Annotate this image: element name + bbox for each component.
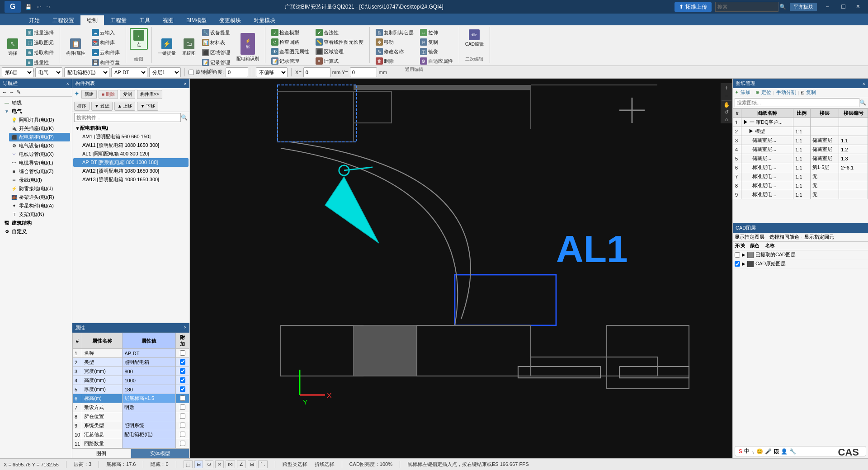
pan-icon[interactable]: ✋: [722, 100, 731, 108]
extract-prop-button[interactable]: ≡ 提量性: [24, 58, 56, 67]
sublayer-select[interactable]: 分层1: [149, 67, 181, 77]
zoom-in-icon[interactable]: +: [722, 84, 731, 91]
prop-5-cb[interactable]: [180, 386, 185, 392]
nav-item-lighting[interactable]: 💡 照明灯具(电)(D): [9, 116, 70, 124]
delete-comp-button[interactable]: ■ 删除: [99, 90, 118, 99]
comp-group-distbox[interactable]: ▼ 配电箱柜(电): [73, 124, 189, 132]
region-mgmt2-button[interactable]: ⬛ 区域管理: [313, 47, 366, 56]
batch-select-button[interactable]: ⊞ 批量选择: [24, 28, 56, 37]
calculate-button[interactable]: = 计算式: [313, 56, 366, 66]
offset-select[interactable]: 不偏移: [256, 67, 288, 77]
nav-item-support[interactable]: ⊤ 支架(电)(N): [9, 210, 70, 219]
area-mgmt-button[interactable]: ⬛ 区域管理: [200, 48, 232, 57]
discipline-select[interactable]: 电气: [35, 67, 62, 77]
copy-comp-button[interactable]: 复制: [120, 90, 135, 99]
home-view-icon[interactable]: ⌂: [722, 116, 731, 122]
flat-panel-button[interactable]: 平齐板块: [790, 3, 817, 11]
pick-region-button[interactable]: ⬚ 选取图元: [24, 38, 56, 47]
tab-quantity[interactable]: 工程量: [104, 15, 133, 25]
dist-box-button[interactable]: ⚡配 配电箱识别: [234, 32, 261, 63]
tab-start[interactable]: 开始: [23, 15, 46, 25]
nav-item-bridge[interactable]: 🌉 桥架通头(电)(R): [9, 193, 70, 202]
tab-change[interactable]: 变更模块: [213, 15, 247, 25]
move-button[interactable]: ✥ 移动: [373, 38, 416, 47]
rotate-checkbox[interactable]: [189, 70, 194, 75]
snap-icon-4[interactable]: ✕: [215, 461, 224, 468]
nav-item-distbox[interactable]: ⬛ 配电箱柜(电)(P): [9, 133, 70, 141]
comp-search-icon[interactable]: 🔍: [181, 114, 188, 121]
snap-icon-8[interactable]: ⋱: [258, 461, 268, 468]
title-search-input[interactable]: [715, 2, 778, 12]
system-draw-button[interactable]: 🗂 系统图: [180, 37, 198, 58]
comp-lib-link-button[interactable]: 构件库>>: [137, 90, 162, 99]
comp-item-al1[interactable]: AL1 [照明配电箱 400 300 120]: [73, 150, 189, 158]
rotate-view-icon[interactable]: ↺: [722, 109, 731, 115]
show-circle-label[interactable]: 显示指定圆元: [804, 234, 834, 240]
point-button[interactable]: · 点: [130, 28, 148, 50]
angle-input[interactable]: [226, 67, 248, 77]
close-button[interactable]: ×: [853, 2, 863, 12]
comp-search-input[interactable]: [74, 113, 181, 122]
show-layer-label[interactable]: 显示指定图层: [735, 234, 764, 240]
sort-button[interactable]: 排序: [74, 102, 90, 111]
nav-back-icon[interactable]: ←: [2, 89, 7, 95]
nav-item-lightning[interactable]: ⚡ 防雷接地(电)(J): [9, 184, 70, 193]
quick-access-redo[interactable]: ↪: [44, 4, 53, 10]
floor-select[interactable]: 第6层: [2, 67, 33, 77]
down-button[interactable]: ▼ 下移: [137, 102, 158, 111]
new-comp-button[interactable]: 新建: [81, 90, 97, 99]
snap-icon-6[interactable]: ∠: [237, 461, 246, 468]
select-same-color-label[interactable]: 选择相同颜色: [769, 234, 799, 240]
tab-tools[interactable]: 工具: [133, 15, 156, 25]
comp-item-aw11[interactable]: AW11 [照明配电箱 1080 1650 300]: [73, 141, 189, 150]
fold-select-label[interactable]: 折线选择: [315, 461, 335, 468]
quick-access-undo[interactable]: ↩: [34, 4, 44, 10]
comp-type-select[interactable]: 配电箱柜(电): [64, 67, 109, 77]
comp-select[interactable]: AP-DT: [111, 67, 147, 77]
check-circuit-button[interactable]: ↺ 检查回路: [269, 38, 311, 47]
view-line-button[interactable]: 📏 查看线性图元长度: [313, 38, 366, 47]
title-search-icon[interactable]: 🔍: [779, 4, 786, 10]
prop-7-cb[interactable]: [180, 404, 185, 410]
nav-item-cable[interactable]: 〰 电缆导管(电)(L): [9, 159, 70, 167]
tab-draw[interactable]: 绘制: [80, 15, 104, 25]
nav-item-zero-comp[interactable]: ✦ 零星构件(电)(A): [9, 202, 70, 210]
nav-item-switch[interactable]: 🔌 开关插座(电)(K): [9, 124, 70, 133]
y-input[interactable]: [350, 67, 377, 77]
copy-to-layer-button[interactable]: ⎘ 复制到其它层: [373, 28, 416, 37]
comp-item-am1[interactable]: AM1 [照明配电箱 560 660 150]: [73, 132, 189, 141]
prop-6-cb[interactable]: [180, 395, 185, 401]
nav-item-wire-pipe[interactable]: 〰 电线导管(电)(X): [9, 150, 70, 159]
nav-close-icon[interactable]: ×: [66, 81, 69, 86]
filter-button[interactable]: ▼ 过滤: [91, 102, 113, 111]
drawings-search-input[interactable]: [735, 98, 859, 107]
nav-item-elec-device[interactable]: ⚙ 电气设备(电)(S): [9, 141, 70, 150]
nav-forward-icon[interactable]: →: [9, 89, 14, 95]
snap-icon-7[interactable]: ⊞: [248, 461, 256, 468]
cad-layer-2-cb[interactable]: [735, 261, 740, 267]
minimize-button[interactable]: －: [821, 2, 834, 12]
locate-label[interactable]: 定位: [761, 89, 771, 96]
nav-item-wire[interactable]: — 轴线: [2, 99, 70, 107]
comp-item-aw12[interactable]: AW12 [照明配电箱 1080 1650 300]: [73, 167, 189, 175]
props-tab-icon[interactable]: 图例: [72, 449, 131, 458]
props-close[interactable]: ×: [184, 324, 187, 331]
nav-item-custom[interactable]: ⚙ 自定义: [2, 227, 70, 236]
nav-item-building[interactable]: 🏗 建筑结构: [2, 219, 70, 227]
cad-edit-button[interactable]: ✏ CAD编辑: [463, 28, 486, 49]
snap-icon-1[interactable]: ⬚: [184, 461, 193, 468]
cloud-lib-button[interactable]: ☁ 云构件库: [90, 48, 122, 57]
trim-button[interactable]: ↔ 拉伸: [418, 28, 455, 37]
tab-measure[interactable]: 对量模块: [247, 15, 282, 25]
drawings-search-icon[interactable]: 🔍: [859, 99, 866, 106]
prop-10-cb[interactable]: [180, 432, 185, 437]
tab-project[interactable]: 工程设置: [46, 15, 80, 25]
comp-item-aw13[interactable]: AW13 [照明配电箱 1080 1650 300]: [73, 175, 189, 184]
legality-button[interactable]: ✔ 合法性: [313, 28, 366, 37]
cad-layer-1-cb[interactable]: [735, 252, 740, 258]
comp-item-ap-dt[interactable]: AP-DT [照明配电箱 800 1000 180]: [73, 158, 189, 167]
snap-icon-3[interactable]: ⊙: [205, 461, 213, 468]
snap-icon-2[interactable]: ⊟: [194, 461, 203, 468]
manual-split-label[interactable]: 手动分割: [776, 89, 796, 96]
select-button[interactable]: ↖ 选择: [4, 37, 22, 58]
